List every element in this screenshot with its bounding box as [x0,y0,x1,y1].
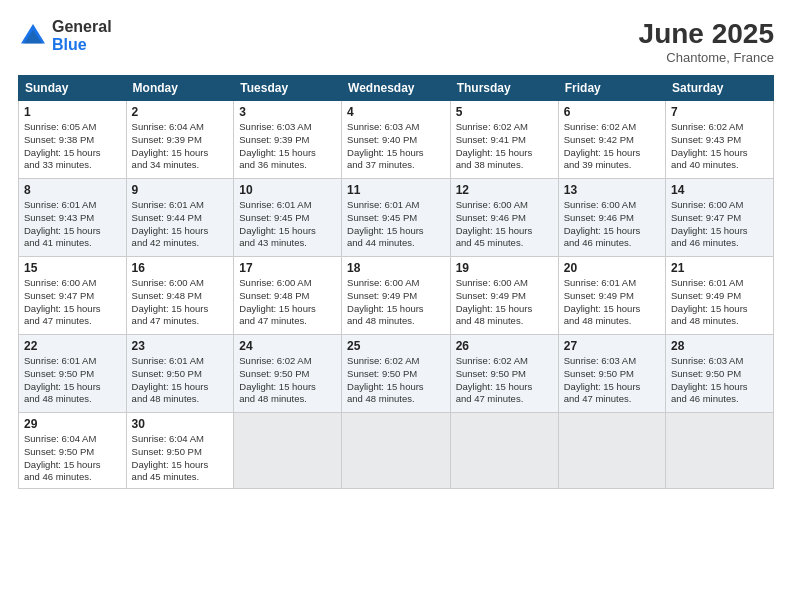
cell-info: Sunrise: 6:02 AMSunset: 9:43 PMDaylight:… [671,121,768,172]
cell-info: Sunrise: 6:01 AMSunset: 9:45 PMDaylight:… [239,199,336,250]
calendar-cell [666,413,774,489]
day-number: 29 [24,417,121,431]
day-number: 10 [239,183,336,197]
calendar-day-header: Monday [126,76,234,101]
cell-info: Sunrise: 6:03 AMSunset: 9:40 PMDaylight:… [347,121,445,172]
day-number: 17 [239,261,336,275]
calendar-cell: 9Sunrise: 6:01 AMSunset: 9:44 PMDaylight… [126,179,234,257]
calendar-cell: 26Sunrise: 6:02 AMSunset: 9:50 PMDayligh… [450,335,558,413]
day-number: 4 [347,105,445,119]
calendar-cell: 7Sunrise: 6:02 AMSunset: 9:43 PMDaylight… [666,101,774,179]
calendar-cell: 2Sunrise: 6:04 AMSunset: 9:39 PMDaylight… [126,101,234,179]
day-number: 14 [671,183,768,197]
calendar-cell: 12Sunrise: 6:00 AMSunset: 9:46 PMDayligh… [450,179,558,257]
day-number: 3 [239,105,336,119]
calendar-cell: 24Sunrise: 6:02 AMSunset: 9:50 PMDayligh… [234,335,342,413]
cell-info: Sunrise: 6:00 AMSunset: 9:47 PMDaylight:… [671,199,768,250]
calendar-cell: 19Sunrise: 6:00 AMSunset: 9:49 PMDayligh… [450,257,558,335]
day-number: 6 [564,105,660,119]
calendar-week-row: 29Sunrise: 6:04 AMSunset: 9:50 PMDayligh… [19,413,774,489]
cell-info: Sunrise: 6:00 AMSunset: 9:49 PMDaylight:… [347,277,445,328]
cell-info: Sunrise: 6:01 AMSunset: 9:50 PMDaylight:… [24,355,121,406]
day-number: 15 [24,261,121,275]
cell-info: Sunrise: 6:03 AMSunset: 9:50 PMDaylight:… [671,355,768,406]
cell-info: Sunrise: 6:04 AMSunset: 9:50 PMDaylight:… [132,433,229,484]
logo-icon [18,21,48,51]
logo-blue-text: Blue [52,36,112,54]
day-number: 1 [24,105,121,119]
day-number: 28 [671,339,768,353]
calendar-cell: 4Sunrise: 6:03 AMSunset: 9:40 PMDaylight… [342,101,451,179]
calendar-cell: 20Sunrise: 6:01 AMSunset: 9:49 PMDayligh… [558,257,665,335]
calendar-cell [234,413,342,489]
cell-info: Sunrise: 6:00 AMSunset: 9:48 PMDaylight:… [239,277,336,328]
calendar-cell: 15Sunrise: 6:00 AMSunset: 9:47 PMDayligh… [19,257,127,335]
calendar-cell: 21Sunrise: 6:01 AMSunset: 9:49 PMDayligh… [666,257,774,335]
day-number: 8 [24,183,121,197]
cell-info: Sunrise: 6:00 AMSunset: 9:46 PMDaylight:… [456,199,553,250]
cell-info: Sunrise: 6:03 AMSunset: 9:39 PMDaylight:… [239,121,336,172]
calendar-cell: 25Sunrise: 6:02 AMSunset: 9:50 PMDayligh… [342,335,451,413]
cell-info: Sunrise: 6:00 AMSunset: 9:48 PMDaylight:… [132,277,229,328]
logo-text: General Blue [52,18,112,53]
calendar-table: SundayMondayTuesdayWednesdayThursdayFrid… [18,75,774,489]
calendar-day-header: Friday [558,76,665,101]
cell-info: Sunrise: 6:02 AMSunset: 9:42 PMDaylight:… [564,121,660,172]
calendar-cell: 3Sunrise: 6:03 AMSunset: 9:39 PMDaylight… [234,101,342,179]
day-number: 11 [347,183,445,197]
calendar-cell [450,413,558,489]
calendar-cell: 22Sunrise: 6:01 AMSunset: 9:50 PMDayligh… [19,335,127,413]
day-number: 22 [24,339,121,353]
cell-info: Sunrise: 6:01 AMSunset: 9:43 PMDaylight:… [24,199,121,250]
calendar-cell: 8Sunrise: 6:01 AMSunset: 9:43 PMDaylight… [19,179,127,257]
cell-info: Sunrise: 6:00 AMSunset: 9:46 PMDaylight:… [564,199,660,250]
day-number: 5 [456,105,553,119]
day-number: 26 [456,339,553,353]
cell-info: Sunrise: 6:05 AMSunset: 9:38 PMDaylight:… [24,121,121,172]
calendar-cell [558,413,665,489]
day-number: 30 [132,417,229,431]
cell-info: Sunrise: 6:01 AMSunset: 9:44 PMDaylight:… [132,199,229,250]
cell-info: Sunrise: 6:01 AMSunset: 9:45 PMDaylight:… [347,199,445,250]
day-number: 12 [456,183,553,197]
day-number: 27 [564,339,660,353]
calendar-cell: 13Sunrise: 6:00 AMSunset: 9:46 PMDayligh… [558,179,665,257]
cell-info: Sunrise: 6:03 AMSunset: 9:50 PMDaylight:… [564,355,660,406]
cell-info: Sunrise: 6:02 AMSunset: 9:41 PMDaylight:… [456,121,553,172]
day-number: 24 [239,339,336,353]
calendar-cell: 23Sunrise: 6:01 AMSunset: 9:50 PMDayligh… [126,335,234,413]
header: General Blue June 2025 Chantome, France [18,18,774,65]
calendar-week-row: 22Sunrise: 6:01 AMSunset: 9:50 PMDayligh… [19,335,774,413]
calendar-cell: 5Sunrise: 6:02 AMSunset: 9:41 PMDaylight… [450,101,558,179]
cell-info: Sunrise: 6:02 AMSunset: 9:50 PMDaylight:… [456,355,553,406]
calendar-cell: 29Sunrise: 6:04 AMSunset: 9:50 PMDayligh… [19,413,127,489]
cell-info: Sunrise: 6:01 AMSunset: 9:49 PMDaylight:… [671,277,768,328]
calendar-day-header: Wednesday [342,76,451,101]
calendar-cell: 14Sunrise: 6:00 AMSunset: 9:47 PMDayligh… [666,179,774,257]
calendar-cell [342,413,451,489]
cell-info: Sunrise: 6:04 AMSunset: 9:39 PMDaylight:… [132,121,229,172]
cell-info: Sunrise: 6:04 AMSunset: 9:50 PMDaylight:… [24,433,121,484]
calendar-cell: 28Sunrise: 6:03 AMSunset: 9:50 PMDayligh… [666,335,774,413]
day-number: 13 [564,183,660,197]
calendar-cell: 6Sunrise: 6:02 AMSunset: 9:42 PMDaylight… [558,101,665,179]
calendar-week-row: 8Sunrise: 6:01 AMSunset: 9:43 PMDaylight… [19,179,774,257]
calendar-cell: 27Sunrise: 6:03 AMSunset: 9:50 PMDayligh… [558,335,665,413]
page: General Blue June 2025 Chantome, France … [0,0,792,612]
calendar-cell: 11Sunrise: 6:01 AMSunset: 9:45 PMDayligh… [342,179,451,257]
calendar-day-header: Sunday [19,76,127,101]
cell-info: Sunrise: 6:01 AMSunset: 9:49 PMDaylight:… [564,277,660,328]
location: Chantome, France [639,50,774,65]
day-number: 2 [132,105,229,119]
day-number: 16 [132,261,229,275]
calendar-cell: 18Sunrise: 6:00 AMSunset: 9:49 PMDayligh… [342,257,451,335]
month-title: June 2025 [639,18,774,50]
title-area: June 2025 Chantome, France [639,18,774,65]
day-number: 25 [347,339,445,353]
calendar-week-row: 1Sunrise: 6:05 AMSunset: 9:38 PMDaylight… [19,101,774,179]
day-number: 21 [671,261,768,275]
calendar-cell: 10Sunrise: 6:01 AMSunset: 9:45 PMDayligh… [234,179,342,257]
logo: General Blue [18,18,112,53]
day-number: 19 [456,261,553,275]
day-number: 20 [564,261,660,275]
